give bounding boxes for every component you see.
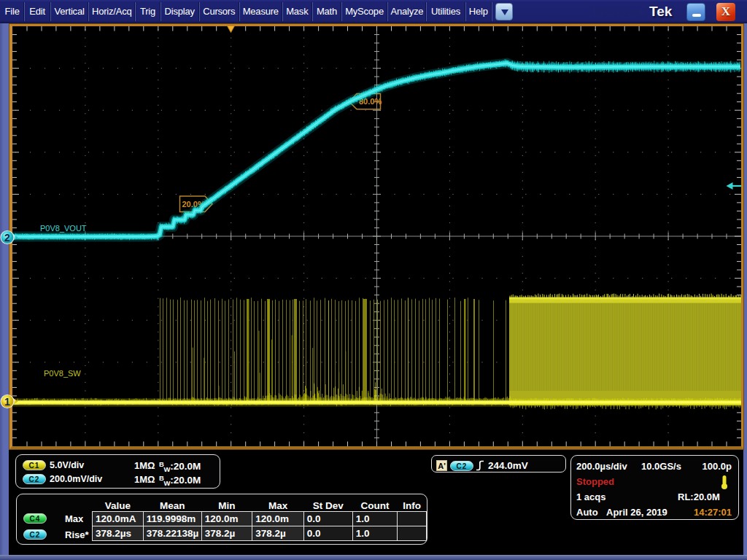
svg-text:1: 1 — [4, 396, 10, 408]
svg-text:P0V8_SW: P0V8_SW — [44, 369, 81, 378]
svg-text:2: 2 — [4, 232, 10, 244]
svg-text:P0V8_VOUT: P0V8_VOUT — [40, 224, 87, 233]
